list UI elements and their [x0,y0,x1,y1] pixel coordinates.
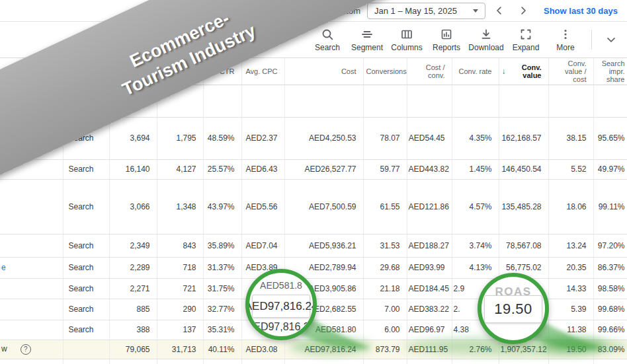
cell-name [0,234,63,257]
segment-label: Segment [351,43,383,52]
cell-cost: AED7,500.59 [284,179,363,234]
download-icon [480,28,493,41]
date-range-picker[interactable]: Jan 1 – May 15, 2025 [367,3,485,19]
col-header-conv-rate[interactable]: Conv. rate [452,58,499,85]
cell-cost-per-conv: AED188.27 [407,234,452,257]
cell-conversions: 873.79 [363,340,407,359]
cell-conv-value-per-cost: 5.52 [548,159,593,179]
col-header-conv-value[interactable]: ↓Conv. value [499,58,548,85]
cell-cost: AED97,816.24 [284,340,363,359]
roas-value: 19.50 [484,295,542,323]
cell-impr: 885 [109,299,157,320]
cell-clicks: 718 [157,257,203,278]
cell-conv-rate: 4.57% [452,179,499,234]
total-row-label: w? [0,340,63,359]
lens-highlight-value: AED97,816.24 [252,295,310,318]
cell-ctr: 31.75% [203,278,241,299]
col-header-conv-value-per-cost[interactable]: Conv. value / cost [548,58,593,85]
col-header-cost-per-conv[interactable]: Cost / conv. [407,58,452,85]
cell-ctr: 48.59% [203,117,241,159]
cell-ctr: 35.31% [203,320,241,340]
cell-name[interactable]: e [0,257,63,278]
cell-impr: 388 [109,320,157,340]
cell-conversions: 31.53 [363,234,407,257]
cell-search-impr-share: 97.20% [593,234,627,257]
cell-type: Search [63,278,109,299]
next-period-button[interactable] [513,2,533,19]
reports-label: Reports [433,43,460,52]
cell-cost-per-conv: AED184.45 [407,278,452,299]
cell-impr: 79,065 [109,340,157,359]
col-header-cost[interactable]: Cost [284,58,363,85]
col-header-conversions[interactable]: Conversions [363,58,407,85]
segment-button[interactable]: Segment [347,28,387,52]
more-label: More [556,43,574,52]
google-ads-campaigns-screen: Custom Jan 1 – May 15, 2025 Show last 30… [0,0,627,364]
cell-cost-per-conv: AED111.95 [407,359,452,364]
chevron-left-icon [493,5,505,17]
cell-conversions: 29.68 [363,257,407,278]
cell-conv-rate: 2.76% [452,340,499,359]
columns-button[interactable]: Columns [387,28,427,52]
cell-conversions: 21.18 [363,278,407,299]
cell-cost-per-conv: AED121.86 [407,179,452,234]
cell-conv-value: 146,450.54 [499,159,548,179]
download-label: Download [468,43,503,52]
search-button[interactable]: Search [308,28,347,52]
table-row: eSearch2,28971831.37%AED3.89AED2,789.942… [0,257,627,278]
cell-search-impr-share: 49.97% [593,159,627,179]
download-button[interactable]: Download [466,28,506,52]
cell-avg-cpc: AED7.04 [241,234,284,257]
cell-search-impr-share: 99.11% [593,179,627,234]
cell-conv-value-per-cost: 5.39 [548,299,593,320]
show-last-30-days-link[interactable]: Show last 30 days [544,6,618,16]
cell-clicks: 1,348 [157,179,203,234]
columns-icon [400,28,413,41]
cell-ctr: 40.11% [203,340,241,359]
previous-period-button[interactable] [489,2,509,19]
cell-clicks: 843 [157,234,203,257]
cell-conversions: 59.77 [363,159,407,179]
segment-icon [360,28,374,41]
cell-conv-value: 135,485.28 [499,179,548,234]
magnifier-lens-roas: ROAS 19.50 [478,273,549,344]
cell-conversions: 7.00 [363,299,407,320]
cell-type: Search [63,234,109,257]
cell-search-impr-share: 95.65% [593,117,627,159]
partial-total-row: 79,065 31,713 40.11% AED3.08 AED97,816.2… [0,359,627,364]
search-icon [321,28,334,41]
chevron-right-icon [517,5,529,17]
cell-clicks: 290 [157,299,203,320]
cell-name [0,278,63,299]
date-range-value: Jan 1 – May 15, 2025 [374,6,457,16]
cell-search-impr-share: 99.68% [593,299,627,320]
more-button[interactable]: More [546,28,585,52]
col-header-avg-cpc[interactable]: Avg. CPC [241,58,284,85]
collapse-table-button[interactable] [598,33,624,46]
cell-cost-per-conv: AED111.95 [407,340,452,359]
col-header-search-impr-share[interactable]: Search impr. share [593,58,627,85]
help-icon[interactable]: ? [21,344,31,355]
table-row: Search2,34984335.89%AED7.04AED5,936.2131… [0,234,627,257]
expand-button[interactable]: Expand [506,28,546,52]
cell-type: Search [63,179,109,234]
cell-conv-value-per-cost: 19.50 [548,340,593,359]
cell-avg-cpc: AED3.08 [241,340,284,359]
cell-conversions: 61.55 [363,179,407,234]
kebab-menu-icon [559,28,572,41]
cell-avg-cpc: AED2.37 [241,117,284,159]
cell-avg-cpc: AED3.08 [241,359,284,364]
cell-conv-rate: 4.35% [452,117,499,159]
lens-below-value: ED97,816.2 [250,321,313,333]
cell-conv-rate: 3.74% [452,234,499,257]
cell-clicks: 137 [157,320,203,340]
reports-button[interactable]: Reports [427,28,466,52]
cell-impr: 3,694 [109,117,157,159]
cell-clicks: 31,713 [157,340,203,359]
expand-label: Expand [513,43,540,52]
cell-cost-per-conv: AED96.97 [407,320,452,340]
cell-conversions: 78.07 [363,117,407,159]
cell-search-impr-share: 98.58% [593,278,627,299]
table-row: Search3,0661,34843.97%AED5.56AED7,500.59… [0,179,627,234]
cell-ctr: 43.97% [203,179,241,234]
